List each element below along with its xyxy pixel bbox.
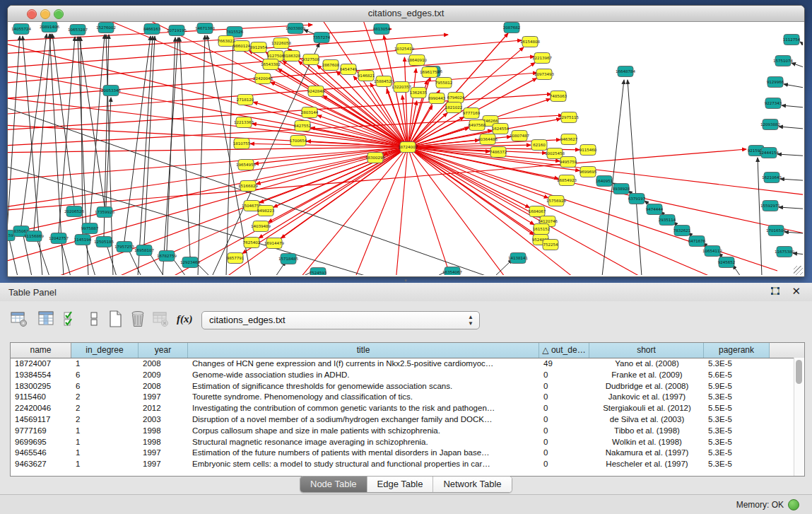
table-cell[interactable]: Genome-wide association studies in ADHD.	[188, 370, 539, 381]
column-header-in_degree[interactable]: in_degree	[71, 343, 139, 358]
graph-node-yellow[interactable]: 6497568	[469, 120, 486, 131]
graph-node-yellow[interactable]: 7663822	[218, 36, 235, 47]
graph-node-teal[interactable]: 10719195	[167, 25, 187, 36]
graph-node-yellow[interactable]: 9146821	[358, 71, 375, 81]
graph-node-teal[interactable]: 6379197	[628, 194, 646, 204]
graph-node-teal[interactable]: 14671388	[195, 23, 215, 34]
table-cell[interactable]: 1997	[139, 392, 188, 403]
graph-node-yellow[interactable]: 10973493	[534, 69, 554, 80]
column-header-short[interactable]: short	[589, 343, 704, 358]
table-row[interactable]: 969969511998Structural magnetic resonanc…	[11, 437, 804, 448]
table-row[interactable]: 1830029562008Estimation of significance …	[11, 381, 804, 392]
graph-node-yellow[interactable]: 1362635	[410, 88, 428, 98]
table-row[interactable]: 1456911722003Disruption of a novel membe…	[11, 414, 804, 426]
graph-node-teal[interactable]: 8813054	[373, 24, 391, 35]
table-cell[interactable]: 2012	[139, 403, 188, 414]
graph-node-teal[interactable]: 16033809	[286, 23, 305, 34]
graph-node-yellow[interactable]: 18724007	[398, 142, 418, 153]
stacked-rows-button[interactable]	[85, 310, 103, 328]
graph-node-teal[interactable]: 16958107	[134, 245, 154, 256]
graph-node-teal[interactable]: 7357274	[313, 33, 331, 43]
graph-node-yellow[interactable]: 10807487	[510, 131, 529, 141]
graph-node-yellow[interactable]: 20364486	[478, 134, 498, 145]
graph-node-yellow[interactable]: 9857791	[227, 253, 245, 264]
graph-node-teal[interactable]: 12444154	[759, 148, 779, 158]
graph-node-yellow[interactable]: 1684067	[529, 206, 546, 217]
table-cell[interactable]: Estimation of the future numbers of pati…	[188, 448, 539, 459]
graph-node-teal[interactable]: 12093882	[760, 119, 780, 130]
table-cell[interactable]: 5.3E-5	[704, 358, 770, 370]
table-cell[interactable]: Jankovic et al. (1997)	[589, 392, 704, 403]
table-cell[interactable]: Dudbridge et al. (2008)	[589, 381, 704, 392]
column-header-pagerank[interactable]: pagerank	[704, 343, 770, 358]
graph-node-teal[interactable]: 16210643	[762, 173, 782, 183]
table-cell[interactable]: 9699695	[11, 437, 71, 448]
tab-node-table[interactable]: Node Table	[300, 477, 367, 492]
table-cell[interactable]: 1	[71, 437, 139, 448]
graph-node-teal[interactable]: 7832621	[673, 226, 691, 236]
graph-node-teal[interactable]: 15751074	[773, 56, 793, 66]
graph-node-yellow[interactable]: 62160	[531, 140, 547, 151]
graph-node-teal[interactable]: 20206526	[64, 206, 84, 217]
graph-node-teal[interactable]: 11156869	[24, 231, 44, 242]
graph-node-yellow[interactable]: 1700654	[290, 136, 307, 146]
graph-node-yellow[interactable]: 2803144	[301, 107, 319, 118]
graph-node-yellow[interactable]: 16154808	[520, 37, 540, 47]
graph-node-teal[interactable]: 17957253	[114, 242, 134, 252]
graph-node-yellow[interactable]: 15166829	[238, 181, 258, 192]
table-cell[interactable]: 1	[71, 459, 139, 470]
table-cell[interactable]: 2009	[139, 370, 188, 381]
network-canvas[interactable]: 1405572420891406106532871527600284661631…	[8, 22, 803, 275]
graph-node-yellow[interactable]: 22420046	[253, 74, 273, 84]
graph-node-yellow[interactable]: 7485063	[550, 91, 567, 102]
new-file-button[interactable]	[106, 310, 124, 328]
table-cell[interactable]: 0	[539, 370, 589, 381]
graph-node-teal[interactable]: 20053346	[101, 86, 121, 96]
graph-node-yellow[interactable]: 2718120	[237, 95, 254, 105]
table-cell[interactable]: 6	[71, 381, 139, 392]
graph-node-yellow[interactable]: 16914479	[264, 238, 284, 249]
table-cell[interactable]: 5.9E-5	[704, 381, 770, 392]
table-selector-dropdown[interactable]: citations_edges.txt ▲▼	[201, 311, 480, 329]
graph-node-yellow[interactable]: 1615152	[533, 224, 551, 235]
graph-node-teal[interactable]: 7524593	[310, 268, 327, 276]
graph-node-yellow[interactable]: 7625402	[243, 238, 261, 248]
table-cell[interactable]: 0	[539, 426, 589, 437]
table-cell[interactable]: 2008	[139, 358, 188, 370]
graph-node-teal[interactable]: 1640951	[596, 176, 613, 187]
graph-node-teal[interactable]: 9227343	[765, 98, 782, 109]
table-cell[interactable]: 0	[539, 437, 589, 448]
graph-node-yellow[interactable]: 13226058	[271, 38, 291, 49]
graph-node-teal[interactable]: 2935114	[659, 215, 676, 226]
graph-node-yellow[interactable]: 7486372	[490, 147, 507, 158]
table-cell[interactable]: 5.3E-5	[704, 414, 770, 426]
table-cell[interactable]: 5.5E-5	[704, 403, 770, 414]
table-cell[interactable]: 1	[71, 426, 139, 437]
table-cell[interactable]: Changes of HCN gene expression and I(f) …	[188, 358, 539, 370]
graph-node-teal[interactable]: 8466163	[143, 24, 161, 35]
table-cell[interactable]: 0	[539, 448, 589, 459]
column-header-year[interactable]: year	[139, 343, 188, 358]
graph-node-teal[interactable]: 16782759	[157, 251, 177, 262]
table-cell[interactable]: 0	[539, 392, 589, 403]
table-cell[interactable]: Investigating the contribution of common…	[188, 403, 539, 414]
table-cell[interactable]: Tourette syndrome. Phenomenology and cla…	[188, 392, 539, 403]
graph-node-teal[interactable]: 20891406	[40, 22, 59, 33]
table-cell[interactable]: 9465546	[11, 448, 71, 459]
graph-node-yellow[interactable]: 1810755	[233, 139, 251, 149]
graph-node-teal[interactable]: 2087682	[503, 23, 521, 33]
graph-node-yellow[interactable]: 9463627	[560, 134, 578, 145]
graph-node-yellow[interactable]: 8186328	[283, 51, 301, 62]
table-cell[interactable]: 14569117	[11, 414, 71, 426]
graph-node-teal[interactable]: 17359928	[95, 207, 114, 218]
graph-node-yellow[interactable]: 8454749	[340, 64, 358, 75]
table-row[interactable]: 946362711997Embryonic stem cells: a mode…	[11, 459, 804, 470]
graph-node-yellow[interactable]: 16854923	[557, 175, 577, 186]
graph-node-yellow[interactable]: 12975115	[559, 112, 579, 123]
close-panel-icon[interactable]: ✕	[792, 285, 801, 298]
graph-node-yellow[interactable]: 9777169	[463, 108, 481, 119]
graph-node-yellow[interactable]: 1821022	[445, 103, 463, 113]
graph-node-yellow[interactable]: 9327508	[302, 54, 320, 65]
table-cell[interactable]: Estimation of significance thresholds fo…	[188, 381, 539, 392]
table-cell[interactable]: 0	[539, 414, 589, 426]
